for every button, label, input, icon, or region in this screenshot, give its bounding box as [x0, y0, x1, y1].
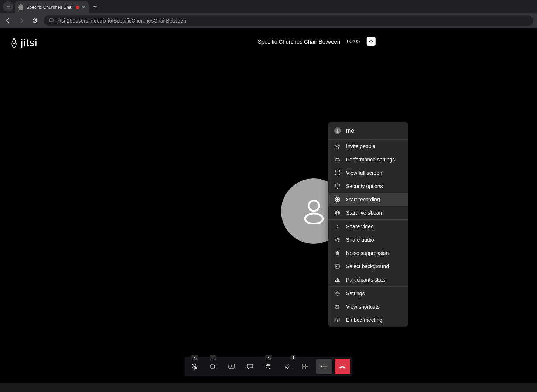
nav-forward-button[interactable]	[17, 16, 26, 25]
share-screen-icon	[228, 363, 235, 370]
mic-options-chevron[interactable]	[191, 355, 198, 360]
menu-item-label: Start live stream	[346, 210, 383, 216]
svg-point-29	[326, 366, 327, 367]
svg-point-28	[324, 366, 325, 367]
raise-hand-button[interactable]	[261, 359, 276, 374]
speaker-icon	[334, 236, 341, 243]
reload-icon	[32, 18, 38, 24]
menu-noise-suppression[interactable]: Noise suppression	[328, 246, 408, 260]
menu-item-label: View shortcuts	[346, 304, 380, 310]
svg-point-5	[336, 131, 339, 133]
svg-point-14	[337, 293, 338, 294]
chat-button[interactable]	[242, 359, 258, 374]
keyboard-icon	[334, 303, 341, 310]
menu-embed-meeting[interactable]: Embed meeting	[328, 313, 408, 327]
menu-item-label: Embed meeting	[346, 317, 382, 323]
more-horizontal-icon	[320, 363, 328, 370]
menu-view-shortcuts[interactable]: View shortcuts	[328, 300, 408, 313]
tab-bar: Specific Churches Chair Bet × +	[0, 0, 537, 13]
image-icon	[334, 263, 341, 270]
tab-close-button[interactable]: ×	[82, 4, 85, 10]
play-icon	[334, 223, 341, 230]
menu-start-recording[interactable]: Start recording	[328, 193, 408, 206]
bottom-chrome-bar	[0, 383, 537, 392]
room-name: Specific Churches Chair Between	[258, 38, 340, 45]
menu-participants-stats[interactable]: Participants stats	[328, 273, 408, 286]
hand-icon	[265, 363, 272, 370]
participants-button[interactable]: 1	[279, 359, 295, 374]
menu-security-options[interactable]: Security options	[328, 180, 408, 193]
record-icon	[334, 196, 341, 203]
site-info-icon[interactable]	[49, 18, 54, 24]
menu-user-header[interactable]: me	[328, 122, 408, 140]
svg-point-3	[305, 214, 323, 224]
meeting-timer: 00:05	[347, 38, 360, 44]
toggle-mic-button[interactable]	[187, 359, 202, 374]
url-bar[interactable]: jitsi-250users.meetrix.io/SpecificChurch…	[44, 15, 533, 26]
menu-view-fullscreen[interactable]: View full screen	[328, 166, 408, 180]
people-icon	[283, 363, 291, 370]
new-tab-button[interactable]: +	[89, 3, 102, 11]
fullscreen-icon	[334, 170, 341, 176]
jitsi-logo-text: jitsi	[21, 37, 37, 49]
performance-indicator-button[interactable]	[366, 37, 375, 46]
camera-options-chevron[interactable]	[210, 355, 216, 360]
invite-people-icon	[334, 143, 341, 150]
gauge-icon	[334, 156, 341, 163]
person-icon	[303, 198, 325, 224]
menu-item-label: Share audio	[346, 237, 374, 243]
user-avatar-icon	[334, 127, 341, 134]
hangup-icon	[338, 362, 346, 371]
toggle-camera-button[interactable]	[205, 359, 221, 374]
svg-rect-16	[338, 305, 339, 306]
participants-count-badge: 1	[290, 355, 296, 360]
svg-point-8	[336, 198, 339, 201]
browser-tab[interactable]: Specific Churches Chair Bet ×	[15, 1, 89, 13]
svg-rect-25	[303, 367, 305, 369]
tab-title: Specific Churches Chair Bet	[26, 5, 73, 10]
nav-back-button[interactable]	[4, 16, 13, 25]
arrow-left-icon	[5, 18, 11, 24]
menu-item-label: Noise suppression	[346, 250, 389, 256]
arrow-right-icon	[18, 18, 24, 24]
svg-rect-19	[210, 365, 214, 368]
svg-point-2	[309, 201, 319, 211]
menu-start-livestream[interactable]: Start live stream	[328, 206, 408, 219]
menu-item-label: Share video	[346, 224, 374, 229]
soundwave-icon	[334, 250, 341, 256]
svg-rect-0	[49, 19, 53, 22]
more-actions-button[interactable]	[316, 359, 332, 374]
menu-item-label: View full screen	[346, 170, 382, 176]
svg-rect-15	[336, 305, 337, 306]
svg-rect-23	[303, 364, 305, 366]
tile-view-button[interactable]	[298, 359, 313, 374]
meeting-area: jitsi Specific Churches Chair Between 00…	[0, 28, 537, 392]
hangup-button[interactable]	[335, 359, 350, 374]
menu-share-video[interactable]: Share video	[328, 220, 408, 233]
more-actions-menu: me Invite people Performance settings Vi…	[328, 122, 408, 327]
nav-reload-button[interactable]	[30, 16, 39, 25]
jitsi-logo[interactable]: jitsi	[10, 37, 37, 49]
share-screen-button[interactable]	[224, 359, 239, 374]
globe-icon	[334, 209, 341, 216]
svg-point-27	[321, 366, 322, 367]
tab-search-dropdown[interactable]	[3, 1, 13, 12]
menu-item-label: Select background	[346, 263, 389, 269]
recording-indicator-icon	[76, 6, 79, 9]
menu-performance-settings[interactable]: Performance settings	[328, 153, 408, 166]
reactions-chevron[interactable]	[265, 355, 272, 360]
menu-settings[interactable]: Settings	[328, 287, 408, 300]
nav-bar: jitsi-250users.meetrix.io/SpecificChurch…	[0, 13, 537, 28]
shield-icon	[334, 183, 341, 190]
url-text: jitsi-250users.meetrix.io/SpecificChurch…	[58, 18, 186, 24]
menu-item-label: Security options	[346, 183, 383, 189]
menu-item-label: Participants stats	[346, 277, 386, 283]
menu-select-background[interactable]: Select background	[328, 260, 408, 273]
menu-item-label: Performance settings	[346, 157, 395, 163]
svg-rect-26	[306, 367, 308, 369]
gear-icon	[334, 290, 341, 297]
menu-invite-people[interactable]: Invite people	[328, 140, 408, 153]
menu-share-audio[interactable]: Share audio	[328, 233, 408, 246]
svg-point-6	[336, 144, 338, 146]
code-icon	[334, 317, 341, 323]
